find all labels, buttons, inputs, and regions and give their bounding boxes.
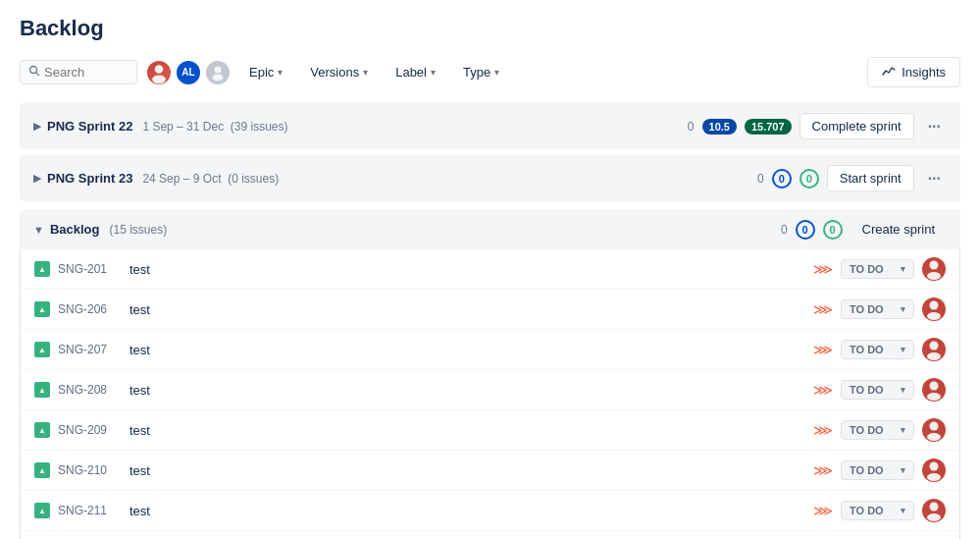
table-row[interactable]: SNG-212 test ⋙ TO DO ▾ — [21, 531, 959, 539]
sprint-22-chevron-icon: ▶ — [33, 120, 41, 133]
table-row[interactable]: SNG-211 test ⋙ TO DO ▾ — [21, 491, 959, 531]
issue-type-icon — [34, 342, 50, 357]
label-filter[interactable]: Label ▾ — [386, 60, 445, 84]
epic-filter[interactable]: Epic ▾ — [239, 60, 292, 84]
insights-button[interactable]: Insights — [867, 57, 960, 87]
sprint-22-dates: 1 Sep – 31 Dec (39 issues) — [142, 120, 287, 134]
avatar-group: AL — [145, 59, 232, 86]
svg-point-5 — [213, 74, 224, 81]
table-row[interactable]: SNG-206 test ⋙ TO DO ▾ — [21, 290, 959, 330]
issue-type-icon — [34, 261, 50, 277]
svg-point-2 — [155, 65, 164, 74]
issue-name: test — [129, 302, 805, 317]
status-chevron-icon: ▾ — [901, 465, 905, 475]
status-badge[interactable]: TO DO ▾ — [841, 380, 914, 400]
status-badge[interactable]: TO DO ▾ — [841, 299, 914, 319]
svg-point-3 — [152, 75, 166, 83]
svg-point-6 — [930, 261, 939, 270]
issue-type-icon — [34, 382, 50, 398]
avatar — [922, 378, 946, 402]
table-row[interactable]: SNG-201 test ⋙ TO DO ▾ — [21, 249, 959, 290]
status-chevron-icon: ▾ — [901, 385, 905, 395]
status-chevron-icon: ▾ — [901, 345, 905, 354]
start-sprint-button[interactable]: Start sprint — [827, 165, 914, 191]
avatar-user3[interactable] — [204, 59, 232, 86]
backlog-chevron-icon: ▼ — [33, 224, 44, 236]
backlog-header[interactable]: ▼ Backlog (15 issues) 0 0 0 Create sprin… — [20, 209, 960, 249]
backlog-badge-green: 0 — [823, 220, 843, 240]
issue-id: SNG-208 — [58, 383, 122, 397]
priority-icon: ⋙ — [813, 382, 833, 398]
sprint-22-section: ▶ PNG Sprint 22 1 Sep – 31 Dec (39 issue… — [20, 103, 960, 149]
avatar-user1[interactable] — [145, 59, 173, 86]
toolbar: AL Epic ▾ Versions ▾ Label ▾ Type ▾ Insi… — [0, 49, 980, 99]
sprint-22-badge1: 10.5 — [702, 119, 737, 135]
backlog-section: ▼ Backlog (15 issues) 0 0 0 Create sprin… — [20, 209, 960, 539]
table-row[interactable]: SNG-210 test ⋙ TO DO ▾ — [21, 451, 959, 491]
issue-id: SNG-209 — [58, 423, 122, 437]
issue-type-icon — [34, 422, 50, 438]
svg-point-7 — [927, 272, 941, 280]
type-chevron-icon: ▾ — [494, 67, 499, 78]
create-sprint-button[interactable]: Create sprint — [851, 217, 947, 242]
sprint-22-header[interactable]: ▶ PNG Sprint 22 1 Sep – 31 Dec (39 issue… — [20, 103, 960, 149]
issue-type-icon — [34, 301, 50, 317]
svg-point-19 — [927, 513, 941, 521]
issue-right: ⋙ TO DO ▾ — [813, 378, 946, 402]
issue-id: SNG-201 — [58, 262, 122, 276]
svg-point-17 — [927, 473, 941, 481]
status-badge[interactable]: TO DO ▾ — [841, 420, 914, 440]
issue-right: ⋙ TO DO ▾ — [813, 458, 946, 482]
search-box[interactable] — [20, 60, 137, 84]
sprint-23-badge-blue: 0 — [772, 169, 792, 189]
status-badge[interactable]: TO DO ▾ — [841, 259, 914, 279]
svg-point-16 — [930, 462, 939, 471]
svg-point-11 — [927, 352, 941, 360]
priority-icon: ⋙ — [813, 462, 833, 478]
avatar-user2[interactable]: AL — [175, 59, 202, 86]
table-row[interactable]: SNG-208 test ⋙ TO DO ▾ — [21, 370, 959, 410]
complete-sprint-button[interactable]: Complete sprint — [799, 113, 914, 139]
label-chevron-icon: ▾ — [431, 67, 436, 78]
sprint-22-badge2: 15.707 — [745, 119, 792, 135]
status-badge[interactable]: TO DO ▾ — [841, 501, 914, 520]
issue-name: test — [129, 423, 805, 438]
issue-right: ⋙ TO DO ▾ — [813, 338, 946, 361]
backlog-label: Backlog — [50, 222, 100, 237]
issues-list: SNG-201 test ⋙ TO DO ▾ SNG-206 test ⋙ TO — [20, 249, 960, 539]
status-badge[interactable]: TO DO ▾ — [841, 340, 914, 359]
epic-chevron-icon: ▾ — [278, 67, 283, 78]
priority-icon: ⋙ — [813, 503, 833, 518]
sprint-22-meta: 0 10.5 15.707 Complete sprint ··· — [688, 113, 947, 139]
type-filter[interactable]: Type ▾ — [453, 60, 509, 84]
versions-filter[interactable]: Versions ▾ — [300, 60, 378, 84]
priority-icon: ⋙ — [813, 261, 833, 277]
status-chevron-icon: ▾ — [901, 506, 905, 515]
insights-icon — [882, 64, 896, 81]
issue-name: test — [129, 343, 805, 357]
table-row[interactable]: SNG-207 test ⋙ TO DO ▾ — [21, 330, 959, 370]
sprint-22-more-button[interactable]: ··· — [922, 114, 947, 139]
svg-point-14 — [930, 422, 939, 431]
svg-point-13 — [927, 393, 941, 401]
avatar — [922, 418, 946, 442]
table-row[interactable]: SNG-209 test ⋙ TO DO ▾ — [21, 410, 959, 451]
sprint-23-header[interactable]: ▶ PNG Sprint 23 24 Sep – 9 Oct (0 issues… — [20, 155, 960, 201]
backlog-zero: 0 — [781, 223, 788, 237]
backlog-count: (15 issues) — [109, 223, 167, 237]
issue-right: ⋙ TO DO ▾ — [813, 257, 946, 281]
svg-line-1 — [36, 73, 39, 76]
sprint-23-section: ▶ PNG Sprint 23 24 Sep – 9 Oct (0 issues… — [20, 155, 960, 201]
priority-icon: ⋙ — [813, 342, 833, 357]
sprint-23-meta: 0 0 0 Start sprint ··· — [757, 165, 947, 191]
issue-id: SNG-207 — [58, 343, 122, 356]
status-chevron-icon: ▾ — [901, 264, 905, 274]
sprint-23-more-button[interactable]: ··· — [922, 166, 947, 191]
backlog-badge-blue: 0 — [796, 220, 815, 240]
search-input[interactable] — [44, 65, 123, 80]
sprint-23-name: PNG Sprint 23 — [47, 171, 132, 186]
issue-id: SNG-210 — [58, 463, 122, 477]
status-badge[interactable]: TO DO ▾ — [841, 460, 914, 480]
issue-type-icon — [34, 462, 50, 478]
page-header: Backlog — [0, 0, 980, 49]
